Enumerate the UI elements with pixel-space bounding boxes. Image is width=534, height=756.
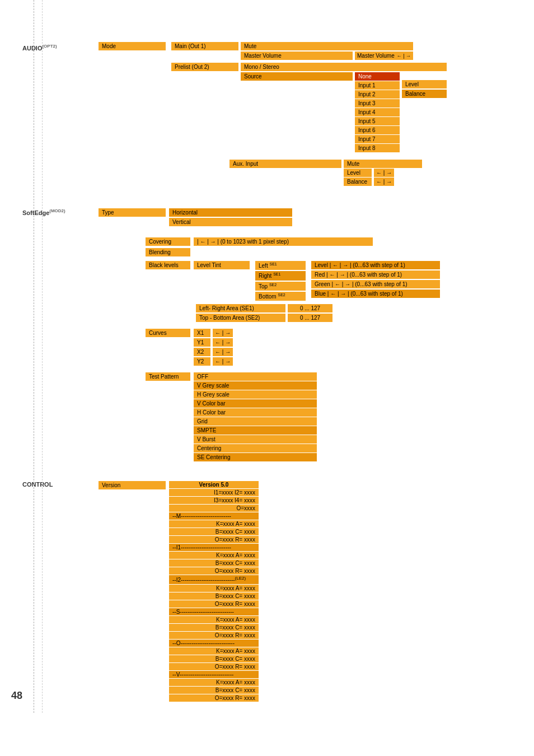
- bottom-se2[interactable]: Bottom SE2: [255, 292, 306, 301]
- master-volume-input[interactable]: Master Volume ← | →: [355, 52, 413, 60]
- source-label[interactable]: Source: [241, 72, 353, 81]
- aux-mute[interactable]: Mute: [344, 160, 422, 168]
- control-section: CONTROL Version Version 5.0 I1=xxxx I2= …: [22, 481, 528, 701]
- source-input5[interactable]: Input 5: [355, 117, 400, 125]
- margin-line-1: [34, 0, 34, 713]
- x1-input[interactable]: ← | →: [213, 329, 233, 337]
- tb-area-value[interactable]: 0 ... 127: [288, 314, 332, 322]
- lr-area-label[interactable]: Left- Right Area (SE1): [196, 304, 285, 312]
- page-number: 48: [11, 690, 22, 702]
- left-se1[interactable]: Left SE1: [255, 261, 306, 270]
- aux-balance-input[interactable]: ← | →: [374, 178, 394, 186]
- green-se2-value[interactable]: Green | ← | → | (0...63 with step of 1): [311, 280, 440, 288]
- margin-line-2: [42, 0, 43, 713]
- version-value: Version 5.0: [169, 481, 259, 488]
- page-container: AUDIO(OPT2) Mode Main (Out 1) Mute: [0, 0, 534, 713]
- mute-box[interactable]: Mute: [241, 42, 413, 50]
- level-tint[interactable]: Level Tint: [194, 261, 250, 269]
- source-input1[interactable]: Input 1: [355, 81, 400, 90]
- master-volume-label[interactable]: Master Volume: [241, 52, 353, 60]
- right-se1[interactable]: Right SE1: [255, 271, 306, 280]
- test-pattern-label[interactable]: Test Pattern: [146, 372, 190, 381]
- type-horizontal[interactable]: Horizontal: [169, 208, 292, 217]
- blue-se2-value[interactable]: Blue | ← | → | (0...63 with step of 1): [311, 290, 440, 298]
- master-volume-arrows[interactable]: ← | →: [397, 53, 411, 59]
- ctrl-row-i2a: K=xxxx A= xxxx: [169, 585, 259, 592]
- covering-value[interactable]: | ← | → | (0 to 1023 with 1 pixel step): [194, 237, 373, 246]
- x2-input[interactable]: ← | →: [213, 348, 233, 356]
- test-smpte[interactable]: SMPTE: [194, 426, 317, 435]
- ctrl-row-o: --O-----------------------------: [169, 640, 259, 647]
- ctrl-row-s: --S-----------------------------: [169, 608, 259, 615]
- source-input2[interactable]: Input 2: [355, 90, 400, 99]
- ctrl-row-vc: O=xxxx R= xxxx: [169, 694, 259, 702]
- level-label[interactable]: Level: [402, 80, 447, 88]
- ctrl-row-3: O=xxxx: [169, 505, 259, 512]
- main-out1[interactable]: Main (Out 1): [171, 42, 238, 50]
- test-se-centering[interactable]: SE Centering: [194, 453, 317, 461]
- ctrl-row-i2b: B=xxxx C= xxxx: [169, 592, 259, 600]
- test-vburst[interactable]: V Burst: [194, 435, 317, 444]
- y2-input[interactable]: ← | →: [213, 357, 233, 366]
- y1-input[interactable]: ← | →: [213, 338, 233, 347]
- ctrl-row-sc: O=xxxx R= xxxx: [169, 632, 259, 639]
- aux-balance[interactable]: Balance: [344, 178, 372, 186]
- version-label[interactable]: Version: [99, 481, 166, 489]
- ctrl-row-ob: B=xxxx C= xxxx: [169, 655, 259, 662]
- source-input8[interactable]: Input 8: [355, 144, 400, 152]
- test-off[interactable]: OFF: [194, 372, 317, 381]
- top-se2[interactable]: Top SE2: [255, 282, 306, 291]
- ctrl-row-i1c: O=xxxx R= xxxx: [169, 567, 259, 575]
- audio-section: AUDIO(OPT2) Mode Main (Out 1) Mute: [22, 42, 528, 186]
- test-hcolor[interactable]: H Color bar: [194, 408, 317, 417]
- red-se1-value[interactable]: Red | ← | → | (0...63 with step of 1): [311, 270, 440, 279]
- aux-level[interactable]: Level: [344, 169, 372, 177]
- ctrl-row-sa: K=xxxx A= xxxx: [169, 616, 259, 623]
- softedge-section: SoftEdge(MOD2) Type Horizontal Vertical …: [22, 208, 528, 461]
- ctrl-row-i2c: O=xxxx R= xxxx: [169, 600, 259, 608]
- balance-label[interactable]: Balance: [402, 90, 447, 98]
- level-se1-value[interactable]: Level | ← | → | (0...63 with step of 1): [311, 261, 440, 269]
- y1-label[interactable]: Y1: [194, 338, 210, 347]
- tb-area-label[interactable]: Top - Bottom Area (SE2): [196, 314, 285, 322]
- ctrl-row-v: --V-----------------------------: [169, 671, 259, 678]
- test-grid[interactable]: Grid: [194, 417, 317, 426]
- mono-stereo[interactable]: Mono / Stereo: [241, 63, 447, 71]
- source-input7[interactable]: Input 7: [355, 135, 400, 143]
- source-input6[interactable]: Input 6: [355, 126, 400, 134]
- mode-label[interactable]: Mode: [99, 42, 166, 50]
- ctrl-row-m3: O=xxxx R= xxxx: [169, 536, 259, 543]
- aux-level-input[interactable]: ← | →: [374, 169, 394, 177]
- ctrl-row-vb: B=xxxx C= xxxx: [169, 687, 259, 694]
- ctrl-row-2: I3=xxxx I4= xxxx: [169, 497, 259, 504]
- test-hgrey[interactable]: H Grey scale: [194, 390, 317, 399]
- test-vcolor[interactable]: V Color bar: [194, 399, 317, 408]
- source-none[interactable]: None: [355, 72, 400, 81]
- ctrl-row-i2: --I2-----------------------------(LE2): [169, 575, 259, 584]
- y2-label[interactable]: Y2: [194, 357, 210, 366]
- source-input4[interactable]: Input 4: [355, 108, 400, 116]
- ctrl-row-sb: B=xxxx C= xxxx: [169, 624, 259, 631]
- lr-area-value[interactable]: 0 ... 127: [288, 304, 332, 312]
- type-vertical[interactable]: Vertical: [169, 218, 292, 226]
- prelist-out2[interactable]: Prelist (Out 2): [171, 63, 238, 71]
- blending-label[interactable]: Blending: [146, 248, 190, 256]
- control-label: CONTROL: [22, 479, 53, 488]
- ctrl-row-m1: K=xxxx A= xxxx: [169, 520, 259, 528]
- ctrl-row-i1b: B=xxxx C= xxxx: [169, 559, 259, 567]
- test-vgrey[interactable]: V Grey scale: [194, 381, 317, 390]
- ctrl-row-i1: --I1---------------------------: [169, 544, 259, 551]
- ctrl-row-va: K=xxxx A= xxxx: [169, 679, 259, 686]
- ctrl-row-oc: O=xxxx R= xxxx: [169, 663, 259, 670]
- covering-label[interactable]: Covering: [146, 237, 190, 246]
- aux-input-label[interactable]: Aux. Input: [229, 160, 341, 168]
- x1-label[interactable]: X1: [194, 329, 210, 337]
- black-levels-label[interactable]: Black levels: [146, 261, 190, 269]
- ctrl-row-m2: B=xxxx C= xxxx: [169, 528, 259, 535]
- ctrl-row-1: I1=xxxx I2= xxxx: [169, 489, 259, 496]
- test-centering[interactable]: Centering: [194, 444, 317, 452]
- type-label[interactable]: Type: [99, 208, 166, 217]
- curves-label[interactable]: Curves: [146, 329, 190, 337]
- source-input3[interactable]: Input 3: [355, 99, 400, 108]
- x2-label[interactable]: X2: [194, 348, 210, 356]
